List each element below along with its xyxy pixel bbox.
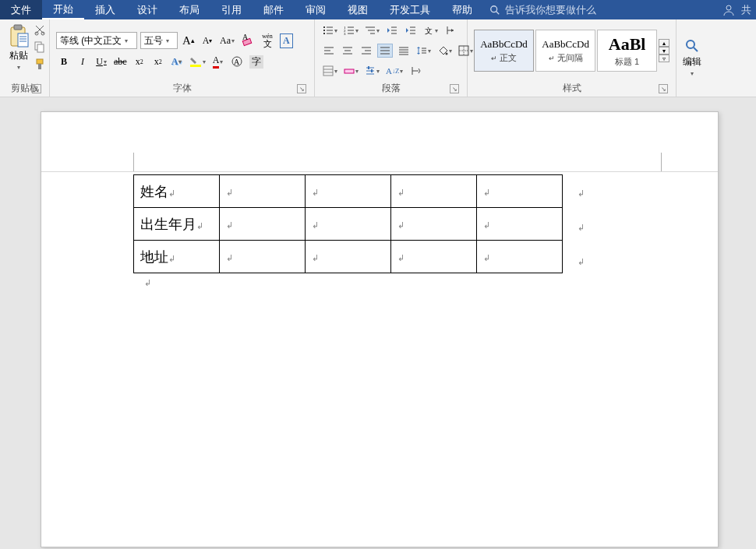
tab-mail[interactable]: 邮件 <box>253 0 295 19</box>
style-normal[interactable]: AaBbCcDd ↵ 正文 <box>474 30 534 72</box>
clear-formatting-button[interactable]: A <box>239 33 256 48</box>
user-icon[interactable] <box>722 4 735 16</box>
subscript-button[interactable]: x2 <box>132 54 147 69</box>
align-left-button[interactable] <box>321 44 337 58</box>
phonetic-guide-button[interactable]: wén文 <box>260 33 275 48</box>
paragraph-settings-button[interactable] <box>363 63 381 79</box>
shading-button[interactable] <box>436 43 454 58</box>
font-color-button[interactable]: A <box>210 54 226 69</box>
asian-layout-button[interactable]: 文 <box>422 23 440 38</box>
bullets-button[interactable] <box>321 23 339 38</box>
multilevel-icon <box>365 25 376 36</box>
tab-references[interactable]: 引用 <box>210 0 253 19</box>
asian-icon: 文 <box>423 25 434 36</box>
grow-font-button[interactable]: A▴ <box>181 33 196 48</box>
table-cell[interactable]: ↲ <box>306 175 391 208</box>
multilevel-list-button[interactable] <box>363 23 381 38</box>
format-painter-button[interactable] <box>33 57 47 71</box>
clipboard-group-label: 剪贴板↘ <box>6 79 43 95</box>
table-cell[interactable]: ↲ <box>477 208 563 241</box>
copy-button[interactable] <box>33 40 47 54</box>
paste-button[interactable]: 粘贴 ▾ <box>6 23 31 72</box>
italic-button[interactable]: I <box>75 54 90 69</box>
font-family-combo[interactable]: 等线 (中文正文▾ <box>56 32 137 49</box>
styles-dialog-launcher[interactable]: ↘ <box>659 84 668 93</box>
font-size-combo[interactable]: 五号▾ <box>140 32 178 49</box>
tab-design[interactable]: 设计 <box>126 0 168 19</box>
table-cell[interactable]: 地址↲ <box>134 241 220 273</box>
svg-line-80 <box>694 48 698 51</box>
increase-indent-button[interactable] <box>403 23 419 38</box>
line-spacing-button[interactable] <box>415 43 433 58</box>
change-case-button[interactable]: Aa <box>218 33 236 48</box>
tell-me-search[interactable]: 告诉我你想要做什么 <box>489 0 596 19</box>
row-end-mark: ↲ <box>578 257 585 267</box>
tab-help[interactable]: 帮助 <box>441 0 483 19</box>
table-cell[interactable]: ↲ <box>477 241 563 273</box>
table-cell[interactable]: 姓名↲ <box>134 175 220 208</box>
show-marks-button[interactable] <box>443 23 458 38</box>
table-cell[interactable]: ↲ <box>391 241 477 273</box>
table-cell[interactable]: ↲ <box>477 175 563 208</box>
table-row[interactable]: 姓名↲ ↲ ↲ ↲ ↲ <box>134 175 563 208</box>
decrease-indent-button[interactable] <box>384 23 400 38</box>
strikethrough-button[interactable]: abc <box>112 54 129 69</box>
table-cell[interactable]: ↲ <box>220 208 306 241</box>
tab-view[interactable]: 视图 <box>337 0 379 19</box>
superscript-button[interactable]: x2 <box>150 54 166 69</box>
table-cell[interactable]: ↲ <box>391 175 477 208</box>
styles-gallery-more[interactable]: ▴▾▿ <box>659 37 669 64</box>
table-row[interactable]: 出生年月↲ ↲ ↲ ↲ ↲ <box>134 208 563 241</box>
tab-insert[interactable]: 插入 <box>84 0 126 19</box>
editing-button[interactable]: 编辑 ▾ <box>683 38 701 77</box>
grid-icon <box>323 65 334 76</box>
svg-rect-13 <box>37 59 43 64</box>
align-right-button[interactable] <box>359 44 374 58</box>
align-distributed-button[interactable] <box>396 44 412 58</box>
tab-layout[interactable]: 布局 <box>168 0 210 19</box>
snap-to-grid-button[interactable] <box>321 63 339 79</box>
bullets-icon <box>323 25 334 36</box>
highlight-button[interactable] <box>188 54 207 69</box>
circle-char-icon: A <box>231 55 243 68</box>
table-cell[interactable]: ↲ <box>306 208 391 241</box>
svg-point-0 <box>491 5 497 12</box>
table-cell[interactable]: ↲ <box>306 241 391 273</box>
share-button[interactable]: 共 <box>741 3 751 17</box>
paragraph-dialog-launcher[interactable]: ↘ <box>450 84 459 93</box>
table-cell[interactable]: ↲ <box>220 241 306 273</box>
bold-button[interactable]: B <box>56 54 72 69</box>
align-justify-button[interactable] <box>377 44 393 58</box>
text-effects-button[interactable]: A <box>169 54 185 69</box>
table-cell[interactable]: ↲ <box>220 175 306 208</box>
enclose-characters-button[interactable]: A <box>229 54 245 69</box>
table-row[interactable]: 地址↲ ↲ ↲ ↲ ↲ <box>134 241 563 273</box>
find-icon <box>684 38 700 54</box>
page[interactable]: 姓名↲ ↲ ↲ ↲ ↲ 出生年月↲ ↲ ↲ ↲ ↲ 地址↲ ↲ ↲ ↲ ↲ ↲ <box>41 111 719 547</box>
character-border-button[interactable]: A <box>278 33 295 48</box>
style-no-spacing[interactable]: AaBbCcDd ↵ 无间隔 <box>535 30 595 72</box>
search-icon <box>489 5 500 16</box>
tab-file[interactable]: 文件 <box>0 0 42 19</box>
style-heading-1[interactable]: AaBl 标题 1 <box>597 30 657 72</box>
numbering-button[interactable]: 123 <box>342 23 360 38</box>
document-area[interactable]: 姓名↲ ↲ ↲ ↲ ↲ 出生年月↲ ↲ ↲ ↲ ↲ 地址↲ ↲ ↲ ↲ ↲ ↲ <box>0 97 756 549</box>
table-cell[interactable]: 出生年月↲ <box>134 208 220 241</box>
svg-point-20 <box>323 26 325 28</box>
cut-button[interactable] <box>33 23 47 37</box>
font-group-label: 字体↘ <box>56 79 308 95</box>
table-cell[interactable]: ↲ <box>391 208 477 241</box>
align-center-button[interactable] <box>340 44 355 58</box>
document-table[interactable]: 姓名↲ ↲ ↲ ↲ ↲ 出生年月↲ ↲ ↲ ↲ ↲ 地址↲ ↲ ↲ ↲ ↲ <box>133 174 563 273</box>
underline-button[interactable]: U <box>94 54 109 69</box>
show-all-button[interactable] <box>408 63 423 79</box>
font-dialog-launcher[interactable]: ↘ <box>297 84 306 93</box>
shrink-font-button[interactable]: A▾ <box>200 33 215 48</box>
sort-button[interactable]: A↓Z <box>384 63 404 79</box>
clipboard-dialog-launcher[interactable]: ↘ <box>32 84 41 93</box>
character-shading-button[interactable]: 字 <box>248 54 265 69</box>
ruler-button[interactable] <box>342 63 360 79</box>
tab-review[interactable]: 审阅 <box>295 0 337 19</box>
tab-home[interactable]: 开始 <box>42 0 84 19</box>
tab-devtools[interactable]: 开发工具 <box>379 0 441 19</box>
